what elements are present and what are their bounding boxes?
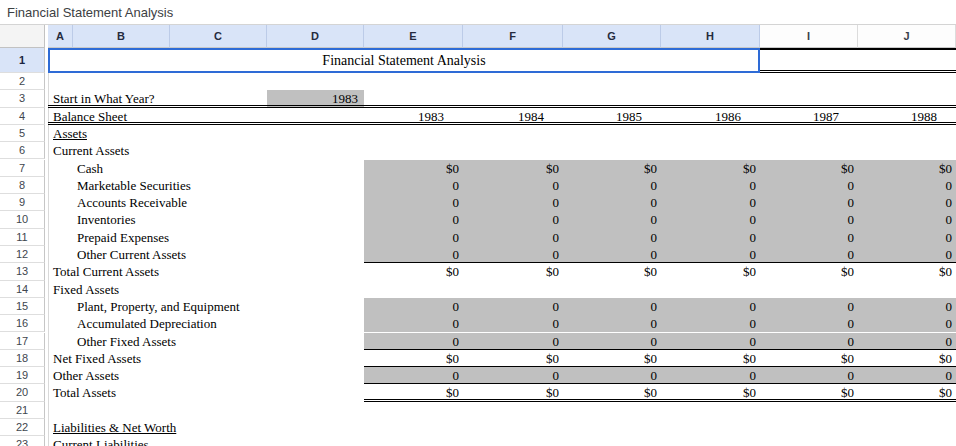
cell-E15[interactable]: 0 bbox=[364, 298, 463, 315]
cell-J19[interactable]: 0 bbox=[858, 367, 956, 384]
cell-F17[interactable]: 0 bbox=[463, 333, 563, 350]
cell-I11[interactable]: 0 bbox=[760, 229, 858, 246]
cell-G10[interactable]: 0 bbox=[563, 211, 661, 228]
cell-I13[interactable]: $0 bbox=[760, 263, 858, 280]
cell-H16[interactable]: 0 bbox=[661, 315, 760, 332]
cell-I17[interactable]: 0 bbox=[760, 333, 858, 350]
cell-A13[interactable]: Total Current Assets bbox=[53, 263, 159, 280]
cell-J15[interactable]: 0 bbox=[858, 298, 956, 315]
column-header-D[interactable]: D bbox=[267, 25, 364, 48]
cell-H15[interactable]: 0 bbox=[661, 298, 760, 315]
cell-A18[interactable]: Net Fixed Assets bbox=[53, 350, 141, 367]
cell-G12[interactable]: 0 bbox=[563, 246, 661, 263]
row-header-20[interactable]: 20 bbox=[0, 384, 45, 401]
row-header-23[interactable]: 23 bbox=[0, 436, 45, 446]
column-header-E[interactable]: E bbox=[364, 25, 463, 48]
row-header-4[interactable]: 4 bbox=[0, 108, 45, 125]
cell-A17[interactable]: Other Fixed Assets bbox=[77, 333, 176, 350]
cell-A10[interactable]: Inventories bbox=[77, 211, 135, 228]
cell-J10[interactable]: 0 bbox=[858, 211, 956, 228]
cell-E19[interactable]: 0 bbox=[364, 367, 463, 384]
cell-H19[interactable]: 0 bbox=[661, 367, 760, 384]
cell-A8[interactable]: Marketable Securities bbox=[77, 177, 191, 194]
cell-G19[interactable]: 0 bbox=[563, 367, 661, 384]
cell-I1-J1[interactable] bbox=[760, 48, 956, 73]
cell-F15[interactable]: 0 bbox=[463, 298, 563, 315]
cell-G8[interactable]: 0 bbox=[563, 177, 661, 194]
cell-G18[interactable]: $0 bbox=[563, 350, 661, 367]
cell-I10[interactable]: 0 bbox=[760, 211, 858, 228]
cell-I19[interactable]: 0 bbox=[760, 367, 858, 384]
cell-H9[interactable]: 0 bbox=[661, 194, 760, 211]
cell-I7[interactable]: $0 bbox=[760, 160, 858, 177]
cell-J11[interactable]: 0 bbox=[858, 229, 956, 246]
cell-J13[interactable]: $0 bbox=[858, 263, 956, 280]
cell-F11[interactable]: 0 bbox=[463, 229, 563, 246]
row-header-2[interactable]: 2 bbox=[0, 73, 45, 90]
row-header-10[interactable]: 10 bbox=[0, 211, 45, 228]
cell-F16[interactable]: 0 bbox=[463, 315, 563, 332]
cell-G7[interactable]: $0 bbox=[563, 160, 661, 177]
cell-A14[interactable]: Fixed Assets bbox=[53, 281, 119, 298]
row-header-18[interactable]: 18 bbox=[0, 350, 45, 367]
cell-J7[interactable]: $0 bbox=[858, 160, 956, 177]
cell-I15[interactable]: 0 bbox=[760, 298, 858, 315]
cell-A9[interactable]: Accounts Receivable bbox=[77, 194, 187, 211]
cell-E13[interactable]: $0 bbox=[364, 263, 463, 280]
cell-H10[interactable]: 0 bbox=[661, 211, 760, 228]
cell-E9[interactable]: 0 bbox=[364, 194, 463, 211]
cell-E7[interactable]: $0 bbox=[364, 160, 463, 177]
cell-F18[interactable]: $0 bbox=[463, 350, 563, 367]
row-header-14[interactable]: 14 bbox=[0, 281, 45, 298]
cell-G16[interactable]: 0 bbox=[563, 315, 661, 332]
cell-A23[interactable]: Current Liabilities bbox=[53, 436, 149, 446]
cell-A22[interactable]: Liabilities & Net Worth bbox=[53, 419, 176, 436]
column-header-F[interactable]: F bbox=[463, 25, 563, 48]
cell-H18[interactable]: $0 bbox=[661, 350, 760, 367]
cell-H13[interactable]: $0 bbox=[661, 263, 760, 280]
cell-H12[interactable]: 0 bbox=[661, 246, 760, 263]
cell-I18[interactable]: $0 bbox=[760, 350, 858, 367]
cell-A15[interactable]: Plant, Property, and Equipment bbox=[77, 298, 240, 315]
row-header-17[interactable]: 17 bbox=[0, 333, 45, 350]
cell-E16[interactable]: 0 bbox=[364, 315, 463, 332]
cell-A16[interactable]: Accumulated Depreciation bbox=[77, 315, 217, 332]
cell-I12[interactable]: 0 bbox=[760, 246, 858, 263]
cell-F19[interactable]: 0 bbox=[463, 367, 563, 384]
cell-J16[interactable]: 0 bbox=[858, 315, 956, 332]
cell-E17[interactable]: 0 bbox=[364, 333, 463, 350]
cell-F12[interactable]: 0 bbox=[463, 246, 563, 263]
cell-F10[interactable]: 0 bbox=[463, 211, 563, 228]
column-header-A[interactable]: A bbox=[48, 25, 73, 48]
column-header-H[interactable]: H bbox=[661, 25, 760, 48]
cell-J8[interactable]: 0 bbox=[858, 177, 956, 194]
row-header-22[interactable]: 22 bbox=[0, 419, 45, 436]
row-header-16[interactable]: 16 bbox=[0, 315, 45, 332]
column-header-C[interactable]: C bbox=[170, 25, 267, 48]
cell-G15[interactable]: 0 bbox=[563, 298, 661, 315]
cell-J12[interactable]: 0 bbox=[858, 246, 956, 263]
cell-J18[interactable]: $0 bbox=[858, 350, 956, 367]
row-header-15[interactable]: 15 bbox=[0, 298, 45, 315]
row-header-19[interactable]: 19 bbox=[0, 367, 45, 384]
cell-F8[interactable]: 0 bbox=[463, 177, 563, 194]
cell-A1-merged-title[interactable]: Financial Statement Analysis bbox=[48, 48, 760, 73]
cell-G11[interactable]: 0 bbox=[563, 229, 661, 246]
cell-J9[interactable]: 0 bbox=[858, 194, 956, 211]
row-header-5[interactable]: 5 bbox=[0, 125, 45, 142]
column-header-B[interactable]: B bbox=[73, 25, 170, 48]
cell-A11[interactable]: Prepaid Expenses bbox=[77, 229, 169, 246]
cell-E12[interactable]: 0 bbox=[364, 246, 463, 263]
cell-F9[interactable]: 0 bbox=[463, 194, 563, 211]
cell-E8[interactable]: 0 bbox=[364, 177, 463, 194]
cell-G9[interactable]: 0 bbox=[563, 194, 661, 211]
cell-H11[interactable]: 0 bbox=[661, 229, 760, 246]
cell-A19[interactable]: Other Assets bbox=[53, 367, 119, 384]
row-header-11[interactable]: 11 bbox=[0, 229, 45, 246]
row-header-21[interactable]: 21 bbox=[0, 402, 45, 419]
cell-E11[interactable]: 0 bbox=[364, 229, 463, 246]
row-header-9[interactable]: 9 bbox=[0, 194, 45, 211]
cell-E10[interactable]: 0 bbox=[364, 211, 463, 228]
column-header-I[interactable]: I bbox=[760, 25, 858, 48]
row-header-8[interactable]: 8 bbox=[0, 177, 45, 194]
